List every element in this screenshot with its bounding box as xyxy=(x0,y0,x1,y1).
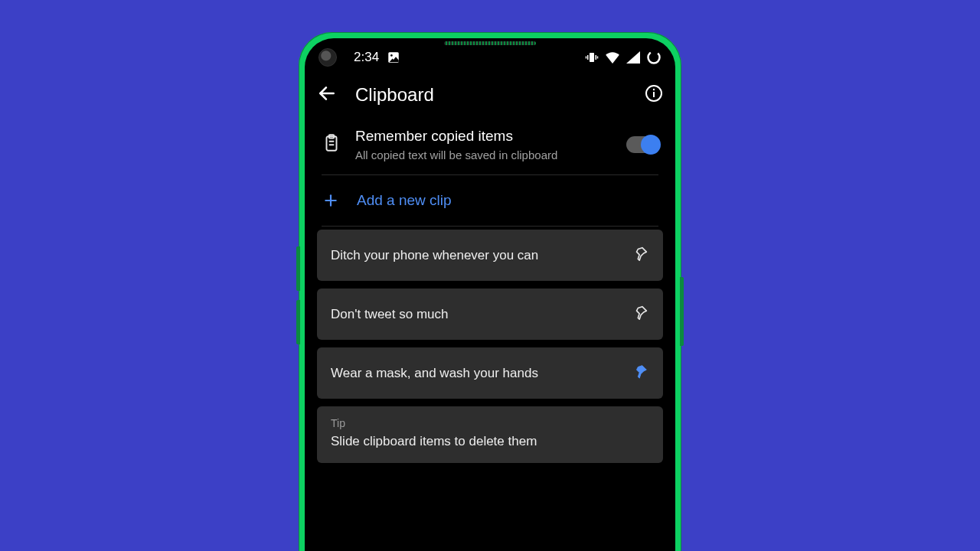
svg-point-10 xyxy=(653,89,655,90)
status-time: 2:34 xyxy=(354,50,379,65)
clip-text: Wear a mask, and wash your hands xyxy=(331,366,622,381)
add-clip-label: Add a new clip xyxy=(357,192,452,209)
volume-up-button xyxy=(296,246,300,291)
signal-icon xyxy=(626,51,640,64)
page-title: Clipboard xyxy=(355,84,434,106)
remember-toggle[interactable] xyxy=(626,136,658,153)
app-bar: Clipboard xyxy=(305,73,675,116)
svg-point-1 xyxy=(390,54,393,57)
tip-card: Tip Slide clipboard items to delete them xyxy=(317,406,663,463)
front-camera xyxy=(318,48,337,67)
remember-setting[interactable]: Remember copied items All copied text wi… xyxy=(312,116,668,174)
clip-text: Ditch your phone whenever you can xyxy=(331,248,622,263)
svg-rect-5 xyxy=(586,57,587,59)
clip-text: Don't tweet so much xyxy=(331,307,622,322)
clip-list: Ditch your phone whenever you can Don't … xyxy=(312,227,668,466)
content: Remember copied items All copied text wi… xyxy=(305,116,675,466)
clip-item[interactable]: Wear a mask, and wash your hands xyxy=(317,347,663,399)
remember-title: Remember copied items xyxy=(355,127,612,146)
wifi-icon xyxy=(605,51,620,64)
power-button xyxy=(680,277,684,346)
volume-down-button xyxy=(296,300,300,344)
back-icon[interactable] xyxy=(317,83,337,106)
svg-rect-6 xyxy=(597,57,599,59)
vibrate-icon xyxy=(585,51,599,64)
add-clip-button[interactable]: Add a new clip xyxy=(312,175,668,226)
image-icon xyxy=(387,51,400,64)
toggle-knob xyxy=(641,135,661,155)
tip-label: Tip xyxy=(331,417,345,429)
svg-point-7 xyxy=(646,50,662,65)
loading-ring-icon xyxy=(646,50,662,65)
pin-icon[interactable] xyxy=(632,245,649,266)
svg-rect-4 xyxy=(596,55,597,60)
tip-text: Slide clipboard items to delete them xyxy=(331,434,537,449)
phone-frame: 2:34 xyxy=(299,32,681,551)
clipboard-icon xyxy=(322,133,341,156)
svg-rect-2 xyxy=(590,53,594,62)
remember-subtitle: All copied text will be saved in clipboa… xyxy=(355,148,612,163)
svg-rect-3 xyxy=(587,55,589,60)
status-bar: 2:34 xyxy=(305,41,675,73)
screen: 2:34 xyxy=(305,38,675,551)
pin-icon-filled[interactable] xyxy=(632,363,649,383)
plus-icon xyxy=(323,193,338,208)
info-icon[interactable] xyxy=(645,84,663,106)
pin-icon[interactable] xyxy=(632,304,649,324)
clip-item[interactable]: Ditch your phone whenever you can xyxy=(317,230,663,281)
clip-item[interactable]: Don't tweet so much xyxy=(317,289,663,340)
